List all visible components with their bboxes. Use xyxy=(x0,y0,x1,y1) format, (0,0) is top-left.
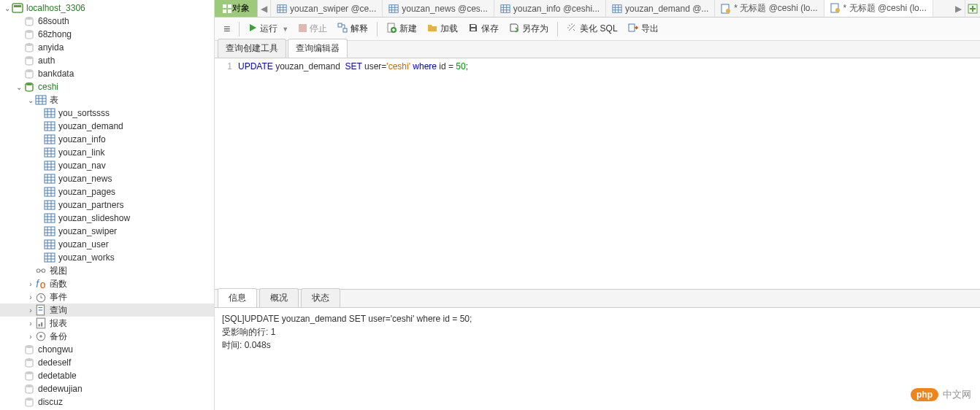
table-label: youzan_pages xyxy=(58,187,115,197)
tree-group-report[interactable]: ›报表 xyxy=(0,317,214,330)
tree-group-query[interactable]: ›查询 xyxy=(0,303,214,317)
expand-arrow[interactable]: › xyxy=(26,293,35,301)
objects-tab-label: 对象 xyxy=(232,2,250,15)
svg-point-2 xyxy=(26,17,33,20)
tab-scroll-right[interactable]: ▶ xyxy=(952,0,965,17)
table-node[interactable]: you_sortssss xyxy=(0,107,214,120)
watermark-badge: php xyxy=(911,388,938,401)
table-icon xyxy=(44,160,55,171)
result-line: 受影响的行: 1 xyxy=(222,325,973,339)
database-node[interactable]: 68south xyxy=(0,15,214,28)
database-node[interactable]: chongwu xyxy=(0,343,214,356)
table-node[interactable]: youzan_pages xyxy=(0,185,214,198)
expand-arrow[interactable]: › xyxy=(26,320,35,328)
table-node[interactable]: youzan_info xyxy=(0,133,214,146)
database-label: ceshi xyxy=(38,82,58,92)
result-output[interactable]: [SQL]UPDATE youzan_demand SET user='cesh… xyxy=(215,308,980,410)
new-button[interactable]: 新建 xyxy=(382,20,421,37)
file-tab[interactable]: youzan_demand @... xyxy=(606,0,715,17)
database-label: 68south xyxy=(38,16,69,26)
database-node[interactable]: discuz xyxy=(0,395,214,409)
expand-arrow[interactable]: ⌄ xyxy=(15,83,23,91)
menu-button[interactable]: ≡ xyxy=(219,20,234,38)
expand-arrow[interactable]: › xyxy=(26,333,35,341)
database-node[interactable]: dedewujian xyxy=(0,382,214,395)
table-node[interactable]: youzan_news xyxy=(0,172,214,185)
stop-button[interactable]: 停止 xyxy=(294,20,332,37)
database-node[interactable]: 68zhong xyxy=(0,28,214,41)
expand-arrow[interactable]: › xyxy=(26,280,35,288)
svg-rect-58 xyxy=(45,227,55,236)
database-node[interactable]: dedetable xyxy=(0,369,214,382)
file-tab[interactable]: * 无标题 @ceshi (lo... xyxy=(824,0,933,17)
sql-code[interactable]: UPDATE youzan_demand SET user='ceshi' wh… xyxy=(238,61,980,289)
expand-arrow[interactable]: ⌄ xyxy=(26,96,35,104)
file-tab[interactable]: youzan_info @ceshi... xyxy=(494,0,606,17)
file-tab[interactable]: youzan_news @ces... xyxy=(383,0,494,17)
svg-rect-104 xyxy=(389,4,398,12)
expand-arrow[interactable]: › xyxy=(26,306,35,314)
database-label: discuz xyxy=(38,397,63,407)
sidebar-tree[interactable]: ⌄ localhost_3306 68south68zhonganyidaaut… xyxy=(0,0,215,410)
objects-tab[interactable]: 对象 xyxy=(215,0,258,17)
database-icon xyxy=(23,397,35,407)
saveas-icon xyxy=(509,23,519,35)
tree-group-backup[interactable]: ›备份 xyxy=(0,330,214,343)
beautify-button[interactable]: 美化 SQL xyxy=(562,20,621,37)
table-node[interactable]: youzan_demand xyxy=(0,120,214,133)
report-icon xyxy=(35,318,47,328)
tab-info[interactable]: 信息 xyxy=(218,288,257,307)
table-node[interactable]: youzan_user xyxy=(0,238,214,251)
tab-profile[interactable]: 概况 xyxy=(259,288,299,307)
export-button[interactable]: 导出 xyxy=(624,20,663,37)
group-label: 事件 xyxy=(50,291,67,303)
table-label: youzan_link xyxy=(58,147,104,158)
table-label: youzan_works xyxy=(58,252,115,263)
tab-status[interactable]: 状态 xyxy=(301,288,340,307)
run-button[interactable]: 运行▼ xyxy=(244,20,293,37)
table-label: youzan_demand xyxy=(58,121,123,131)
svg-rect-128 xyxy=(343,28,347,32)
database-label: dedeself xyxy=(38,357,71,368)
tables-group[interactable]: ⌄ 表 xyxy=(0,93,214,107)
save-button[interactable]: 保存 xyxy=(464,20,503,37)
database-node[interactable]: bankdata xyxy=(0,67,214,80)
expand-arrow[interactable]: ⌄ xyxy=(3,4,12,12)
table-node[interactable]: youzan_swiper xyxy=(0,225,214,238)
file-tab[interactable]: youzan_swiper @ce... xyxy=(271,0,383,17)
file-tab[interactable]: * 无标题 @ceshi (lo... xyxy=(715,0,824,17)
database-node[interactable]: dedeself xyxy=(0,356,214,369)
database-node[interactable]: auth xyxy=(0,54,214,67)
table-node[interactable]: youzan_link xyxy=(0,146,214,159)
connection-node[interactable]: ⌄ localhost_3306 xyxy=(0,1,214,15)
connection-icon xyxy=(12,3,23,13)
database-node[interactable]: anyida xyxy=(0,41,214,54)
svg-rect-13 xyxy=(45,109,55,117)
database-node-active[interactable]: ⌄ ceshi xyxy=(0,80,214,93)
svg-rect-135 xyxy=(471,25,475,27)
new-tab-button[interactable] xyxy=(965,0,980,17)
explain-button[interactable]: 解释 xyxy=(333,20,372,37)
table-node[interactable]: youzan_partners xyxy=(0,198,214,212)
table-icon xyxy=(44,213,55,223)
dropdown-icon[interactable]: ▼ xyxy=(282,26,288,33)
svg-point-73 xyxy=(37,269,40,273)
sql-editor[interactable]: 1 UPDATE youzan_demand SET user='ceshi' … xyxy=(215,58,980,289)
load-button[interactable]: 加载 xyxy=(423,20,462,37)
tab-query-builder[interactable]: 查询创建工具 xyxy=(218,39,286,58)
table-node[interactable]: youzan_works xyxy=(0,251,214,264)
tables-group-label: 表 xyxy=(50,94,58,107)
tab-query-editor[interactable]: 查询编辑器 xyxy=(288,39,348,58)
group-label: 函数 xyxy=(50,278,67,290)
tree-group-view[interactable]: 视图 xyxy=(0,264,214,277)
database-icon xyxy=(23,357,35,368)
database-label: chongwu xyxy=(38,344,73,355)
svg-rect-33 xyxy=(45,161,55,170)
table-node[interactable]: youzan_slideshow xyxy=(0,212,214,225)
svg-rect-38 xyxy=(45,174,55,183)
tab-scroll-left[interactable]: ◀ xyxy=(258,0,271,17)
table-node[interactable]: youzan_nav xyxy=(0,159,214,172)
tree-group-fx[interactable]: ›fo函数 xyxy=(0,277,214,290)
saveas-button[interactable]: 另存为 xyxy=(505,20,553,37)
tree-group-event[interactable]: ›事件 xyxy=(0,290,214,303)
